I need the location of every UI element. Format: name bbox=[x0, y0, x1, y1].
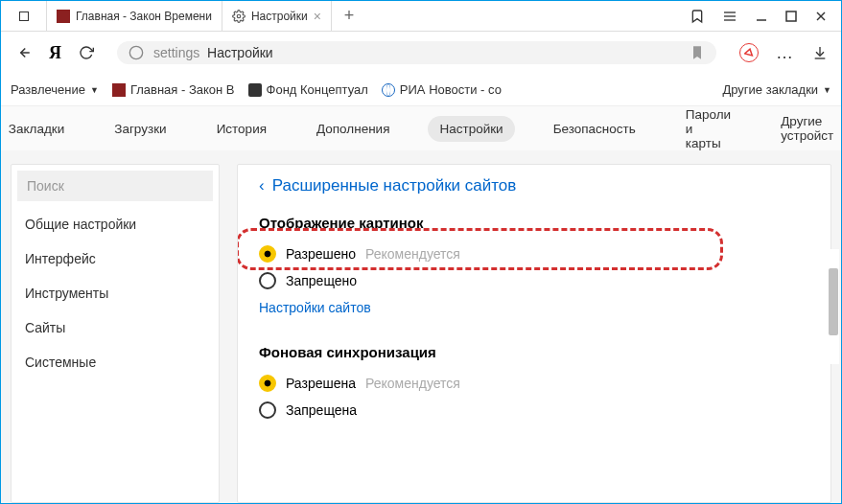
scrollbar[interactable] bbox=[828, 249, 839, 364]
titlebar: Главная - Закон Времени Настройки × + bbox=[1, 1, 841, 32]
downloads-icon[interactable] bbox=[812, 45, 828, 60]
sidebar-item-tools[interactable]: Инструменты bbox=[12, 276, 219, 310]
more-icon[interactable]: … bbox=[776, 43, 795, 63]
sidebar-item-system[interactable]: Системные bbox=[12, 345, 219, 379]
other-bookmarks[interactable]: Другие закладки ▼ bbox=[722, 82, 831, 97]
radio-icon bbox=[259, 375, 276, 392]
close-window-icon[interactable] bbox=[814, 10, 828, 23]
svg-point-0 bbox=[237, 14, 241, 18]
settings-main: ‹ Расширенные настройки сайтов Отображен… bbox=[237, 164, 831, 503]
nav-tab[interactable]: Пароли и карты bbox=[674, 102, 742, 156]
section-title-images: Отображение картинок bbox=[259, 215, 809, 231]
nav-tab-active[interactable]: Настройки bbox=[428, 116, 514, 142]
site-info-icon[interactable] bbox=[129, 45, 144, 60]
bookmark-icon[interactable] bbox=[690, 45, 705, 60]
back-link[interactable]: ‹ Расширенные настройки сайтов bbox=[259, 176, 809, 195]
site-settings-link[interactable]: Настройки сайтов bbox=[259, 294, 809, 332]
sidebar-item-general[interactable]: Общие настройки bbox=[12, 207, 219, 241]
scrollbar-thumb[interactable] bbox=[829, 268, 838, 335]
sidebar-item-interface[interactable]: Интерфейс bbox=[12, 241, 219, 276]
yandex-logo-icon[interactable]: Я bbox=[49, 43, 61, 63]
chevron-left-icon: ‹ bbox=[259, 176, 265, 195]
settings-tabs: Закладки Загрузки История Дополнения Нас… bbox=[1, 106, 841, 150]
sidebar-item-sites[interactable]: Сайты bbox=[12, 310, 219, 345]
nav-tab[interactable]: Закладки bbox=[0, 116, 76, 142]
address-field[interactable]: settings Настройки bbox=[117, 41, 716, 64]
browser-tab[interactable]: Главная - Закон Времени bbox=[47, 1, 222, 31]
maximize-icon[interactable] bbox=[785, 11, 797, 22]
radio-icon bbox=[259, 245, 276, 263]
radio-icon bbox=[259, 401, 276, 419]
back-button[interactable] bbox=[14, 44, 32, 61]
bookmark-ribbon-icon[interactable] bbox=[690, 9, 705, 24]
addressbar: Я settings Настройки … bbox=[1, 32, 841, 74]
tab-label: Главная - Закон Времени bbox=[76, 10, 212, 23]
bookmark-item[interactable]: Фонд Концептуал bbox=[248, 82, 368, 97]
svg-point-9 bbox=[129, 46, 142, 58]
radio-icon bbox=[259, 272, 276, 289]
bookmark-item[interactable]: Главная - Закон В bbox=[112, 82, 235, 97]
reload-button[interactable] bbox=[79, 45, 94, 60]
radio-option-denied[interactable]: Запрещена bbox=[259, 397, 809, 424]
menu-icon[interactable] bbox=[722, 9, 737, 24]
recommended-hint: Рекомендуется bbox=[365, 376, 460, 391]
radio-option-allowed[interactable]: Разрешено Рекомендуется bbox=[259, 241, 809, 267]
close-tab-icon[interactable]: × bbox=[314, 9, 321, 24]
minimize-icon[interactable] bbox=[755, 10, 768, 23]
tab-label: Настройки bbox=[251, 10, 308, 23]
panel-toggle-icon[interactable] bbox=[1, 1, 47, 31]
recommended-hint: Рекомендуется bbox=[365, 246, 460, 262]
nav-tab[interactable]: Другие устройст bbox=[769, 108, 842, 149]
search-input[interactable]: Поиск bbox=[17, 171, 213, 201]
nav-tab[interactable]: Дополнения bbox=[305, 116, 401, 142]
svg-rect-5 bbox=[786, 11, 796, 21]
protect-icon[interactable] bbox=[739, 43, 759, 62]
bookmark-item[interactable]: Развлечение ▼ bbox=[11, 82, 99, 97]
nav-tab[interactable]: Загрузки bbox=[103, 116, 177, 142]
nav-tab[interactable]: История bbox=[205, 116, 278, 142]
settings-icon bbox=[232, 10, 246, 23]
browser-tab-active[interactable]: Настройки × bbox=[222, 1, 332, 31]
radio-option-allowed[interactable]: Разрешена Рекомендуется bbox=[259, 370, 809, 397]
settings-sidebar: Поиск Общие настройки Интерфейс Инструме… bbox=[11, 164, 220, 503]
address-text: settings Настройки bbox=[153, 45, 273, 60]
content-area: Поиск Общие настройки Интерфейс Инструме… bbox=[1, 150, 841, 503]
favicon-icon bbox=[57, 10, 70, 23]
section-title-sync: Фоновая синхронизация bbox=[259, 344, 809, 360]
new-tab-button[interactable]: + bbox=[332, 1, 366, 31]
bookmark-item[interactable]: РИА Новости - со bbox=[382, 82, 502, 97]
nav-tab[interactable]: Безопасность bbox=[542, 116, 647, 142]
radio-option-denied[interactable]: Запрещено bbox=[259, 267, 809, 294]
